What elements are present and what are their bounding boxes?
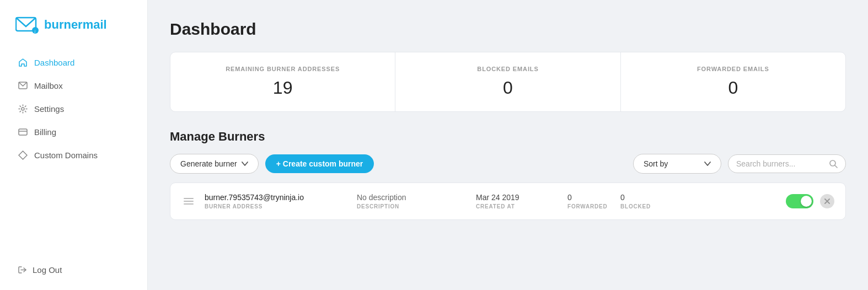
sidebar-navigation: Dashboard Mailbox Settings: [0, 52, 147, 256]
burnermail-logo-icon: ↓: [15, 15, 39, 34]
burner-address: burner.79535743@tryninja.io: [205, 193, 348, 202]
drag-handle[interactable]: [181, 198, 196, 205]
logo: ↓ burnermail: [0, 15, 147, 52]
create-burner-label: + Create custom burner: [276, 159, 363, 168]
sidebar-item-billing-label: Billing: [34, 127, 56, 137]
svg-point-4: [22, 108, 24, 110]
logo-text: burnermail: [44, 18, 107, 32]
search-box: [728, 154, 846, 173]
stat-remaining: Remaining Burner Addresses 19: [170, 52, 395, 111]
burner-created-at-label: Created At: [476, 203, 559, 210]
manage-burners-title: Manage Burners: [170, 130, 846, 144]
sort-by-button[interactable]: Sort by: [633, 154, 721, 174]
burner-forwarded-label: Forwarded: [567, 203, 612, 210]
main-content: Dashboard Remaining Burner Addresses 19 …: [148, 0, 868, 290]
burner-description: No description: [357, 193, 467, 202]
burner-forwarded-column: 0 Forwarded: [567, 193, 612, 210]
page-title: Dashboard: [170, 20, 846, 39]
generate-burner-label: Generate burner: [180, 159, 237, 168]
logout-icon: [18, 265, 27, 275]
sidebar-item-custom-domains[interactable]: Custom Domains: [9, 144, 138, 165]
sidebar-item-settings[interactable]: Settings: [9, 98, 138, 119]
sidebar-item-billing[interactable]: Billing: [9, 121, 138, 142]
burners-toolbar: Generate burner + Create custom burner S…: [170, 154, 846, 174]
stat-forwarded: Forwarded Emails 0: [621, 52, 845, 111]
sidebar-item-mailbox-label: Mailbox: [34, 81, 63, 90]
svg-line-10: [835, 165, 837, 168]
sortby-chevron-icon: [704, 162, 711, 166]
toggle-track: [786, 194, 813, 208]
generate-burner-button[interactable]: Generate burner: [170, 154, 259, 174]
close-icon: [824, 198, 831, 205]
mailbox-icon: [18, 80, 28, 90]
stat-forwarded-value: 0: [632, 78, 834, 98]
search-icon: [829, 159, 838, 168]
chevron-down-icon: [242, 162, 248, 166]
sidebar-item-settings-label: Settings: [34, 104, 64, 114]
burner-forwarded-value: 0: [567, 193, 612, 202]
burner-blocked-value: 0: [620, 193, 665, 202]
burner-address-label: Burner Address: [205, 203, 348, 210]
burner-active-toggle[interactable]: [786, 194, 813, 208]
logout-label: Log Out: [33, 265, 62, 275]
stat-forwarded-label: Forwarded Emails: [632, 66, 834, 72]
svg-marker-7: [19, 151, 27, 159]
burner-created-at: Mar 24 2019: [476, 193, 559, 202]
sidebar: ↓ burnermail Dashboard Mailbox: [0, 0, 148, 290]
burner-blocked-label: Blocked: [620, 203, 665, 210]
burner-delete-button[interactable]: [820, 194, 834, 208]
manage-burners-section: Manage Burners Generate burner + Create …: [170, 130, 846, 220]
table-row: burner.79535743@tryninja.io Burner Addre…: [170, 183, 845, 219]
diamond-icon: [18, 150, 28, 160]
svg-text:↓: ↓: [34, 28, 36, 34]
toggle-thumb: [801, 196, 812, 207]
gear-icon: [18, 104, 28, 114]
burner-description-column: No description Description: [357, 193, 467, 210]
burners-table: burner.79535743@tryninja.io Burner Addre…: [170, 182, 846, 220]
sidebar-item-dashboard-label: Dashboard: [34, 58, 74, 67]
burner-description-label: Description: [357, 203, 467, 210]
sidebar-item-dashboard[interactable]: Dashboard: [9, 52, 138, 73]
sort-by-label: Sort by: [644, 159, 668, 168]
svg-rect-5: [19, 129, 27, 135]
stat-blocked-value: 0: [406, 78, 609, 98]
stat-blocked-label: Blocked Emails: [406, 66, 609, 72]
logout-button[interactable]: Log Out: [0, 256, 147, 290]
stats-card: Remaining Burner Addresses 19 Blocked Em…: [170, 52, 846, 112]
burner-address-column: burner.79535743@tryninja.io Burner Addre…: [205, 193, 348, 210]
sidebar-item-mailbox[interactable]: Mailbox: [9, 75, 138, 96]
burner-blocked-column: 0 Blocked: [620, 193, 665, 210]
stat-remaining-label: Remaining Burner Addresses: [181, 66, 384, 72]
billing-icon: [18, 127, 28, 137]
burner-created-at-column: Mar 24 2019 Created At: [476, 193, 559, 210]
search-input[interactable]: [736, 159, 824, 168]
burner-actions: [786, 194, 834, 208]
home-icon: [18, 57, 28, 67]
sidebar-item-custom-domains-label: Custom Domains: [34, 151, 98, 160]
stat-remaining-value: 19: [181, 78, 384, 98]
stat-blocked: Blocked Emails 0: [395, 52, 620, 111]
create-custom-burner-button[interactable]: + Create custom burner: [265, 154, 374, 173]
